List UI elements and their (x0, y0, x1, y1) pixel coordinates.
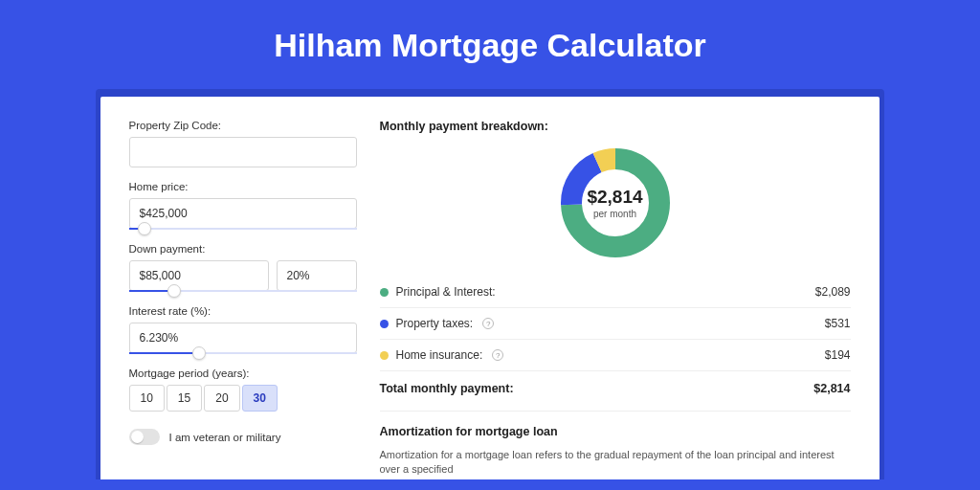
legend-amount: $2,089 (815, 285, 851, 299)
zip-input[interactable] (129, 137, 357, 167)
legend-row: Home insurance:?$194 (380, 340, 851, 371)
veteran-label: I am veteran or military (169, 432, 281, 443)
down-slider[interactable] (129, 290, 357, 292)
donut-sub: per month (593, 209, 636, 219)
period-option-20[interactable]: 20 (204, 385, 239, 412)
rate-input[interactable] (129, 323, 357, 353)
zip-label: Property Zip Code: (129, 120, 357, 131)
down-amount-input[interactable] (129, 260, 269, 291)
price-slider[interactable] (129, 228, 357, 230)
legend-left: Principal & Interest: (380, 285, 496, 299)
legend-row: Property taxes:?$531 (380, 308, 851, 340)
legend-dot-icon (380, 320, 389, 328)
amort-title: Amortization for mortgage loan (380, 411, 851, 438)
info-icon[interactable]: ? (482, 318, 494, 329)
period-option-10[interactable]: 10 (129, 385, 165, 412)
donut-chart: $2,814 per month (559, 146, 672, 259)
rate-slider-thumb[interactable] (192, 346, 206, 360)
donut-center: $2,814 per month (559, 146, 672, 259)
breakdown-title: Monthly payment breakdown: (380, 120, 851, 133)
down-percent-input[interactable] (277, 260, 357, 291)
legend-left: Home insurance:? (380, 348, 504, 362)
down-row (129, 260, 357, 291)
field-down: Down payment: (129, 243, 357, 292)
legend-dot-icon (380, 351, 389, 360)
donut-amount: $2,814 (587, 187, 642, 208)
card-shadow: Property Zip Code: Home price: Down paym… (96, 89, 884, 479)
rate-slider-fill (129, 352, 200, 354)
price-label: Home price: (129, 181, 357, 192)
total-value: $2,814 (813, 382, 850, 395)
page-title: Hilham Mortgage Calculator (0, 0, 980, 89)
period-option-15[interactable]: 15 (167, 385, 202, 412)
breakdown-panel: Monthly payment breakdown: $2,814 per mo… (380, 120, 851, 479)
legend: Principal & Interest:$2,089Property taxe… (380, 277, 851, 371)
down-label: Down payment: (129, 243, 357, 255)
donut-wrap: $2,814 per month (380, 146, 851, 259)
price-slider-thumb[interactable] (138, 222, 151, 235)
form-panel: Property Zip Code: Home price: Down paym… (129, 120, 357, 479)
field-period: Mortgage period (years): 10152030 (129, 368, 357, 412)
total-row: Total monthly payment: $2,814 (380, 371, 851, 411)
field-zip: Property Zip Code: (129, 120, 357, 167)
legend-label: Property taxes: (396, 317, 474, 330)
legend-label: Principal & Interest: (396, 285, 496, 299)
legend-left: Property taxes:? (380, 317, 495, 330)
info-icon[interactable]: ? (492, 349, 503, 361)
period-label: Mortgage period (years): (129, 368, 357, 379)
field-rate: Interest rate (%): (129, 305, 357, 354)
legend-dot-icon (380, 288, 389, 297)
total-label: Total monthly payment: (380, 382, 514, 395)
legend-amount: $531 (825, 317, 851, 330)
legend-row: Principal & Interest:$2,089 (380, 277, 851, 308)
period-option-30[interactable]: 30 (242, 385, 278, 412)
veteran-toggle-knob (131, 431, 144, 443)
legend-label: Home insurance: (396, 348, 483, 362)
legend-amount: $194 (825, 348, 851, 362)
rate-slider[interactable] (129, 352, 357, 354)
price-input[interactable] (129, 198, 357, 229)
rate-label: Interest rate (%): (129, 305, 357, 317)
veteran-toggle[interactable] (129, 429, 160, 445)
period-options: 10152030 (129, 385, 357, 412)
calculator-card: Property Zip Code: Home price: Down paym… (100, 97, 880, 479)
veteran-row: I am veteran or military (129, 429, 357, 445)
down-slider-thumb[interactable] (167, 284, 181, 298)
field-price: Home price: (129, 181, 357, 230)
amort-text: Amortization for a mortgage loan refers … (380, 448, 851, 478)
